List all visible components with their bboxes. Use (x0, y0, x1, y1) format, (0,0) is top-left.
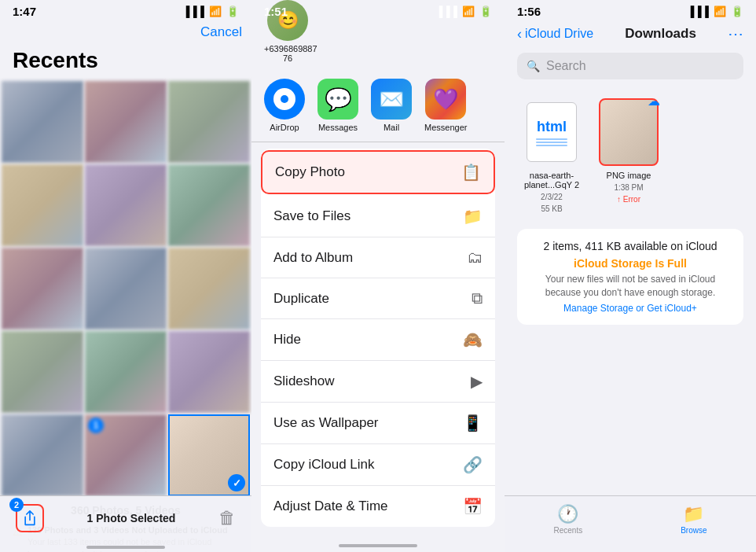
recents-tab-icon: 🕐 (557, 504, 578, 524)
browse-tab-label: Browse (681, 526, 706, 535)
mail-icon: ✉️ (371, 79, 412, 120)
photo-cell[interactable] (168, 248, 250, 329)
apps-row: AirDrop 💬 Messages ✉️ Mail 💜 Messenger (251, 72, 505, 142)
share-button-wrap: 2 (16, 504, 44, 532)
save-to-files-label: Save to Files (273, 208, 350, 224)
png-file-error: ↑ Error (617, 195, 640, 204)
p2-home-indicator (339, 544, 417, 547)
duplicate-item[interactable]: Duplicate ⧉ (261, 278, 495, 319)
p1-status-icons: ▐▐▐ 📶 🔋 (182, 6, 239, 17)
p3-status-bar: 1:56 ▐▐▐ 📶 🔋 (505, 0, 756, 21)
photo-cell[interactable] (85, 81, 167, 163)
messages-app-item[interactable]: 💬 Messages (317, 79, 358, 132)
cancel-button[interactable]: Cancel (200, 24, 242, 40)
battery-icon: 🔋 (226, 6, 239, 17)
messenger-label: Messenger (424, 123, 467, 132)
nav-back-label: iCloud Drive (525, 27, 593, 41)
photo-cell[interactable] (85, 164, 167, 246)
photo-cell-selected[interactable]: ✓ (168, 414, 250, 496)
photo-cell[interactable] (2, 248, 83, 329)
photo-cell[interactable]: 1 (85, 414, 167, 496)
search-input[interactable]: Search (546, 59, 586, 73)
wallpaper-item[interactable]: Use as Wallpaper 📱 (261, 403, 495, 444)
share-sheet-container: 1 Photo Selected Options › ✕ 😊 +63968698… (251, 0, 505, 552)
slideshow-item[interactable]: Slideshow ▶ (261, 361, 495, 403)
contact-name: +6396869887 76 (264, 44, 311, 63)
icloud-full-label: iCloud Storage Is Full (530, 257, 731, 270)
panel2-share-sheet: 1:51 ▐▐▐ 📶 🔋 1 Photo Selected Options › … (251, 0, 505, 552)
messenger-app-item[interactable]: 💜 Messenger (424, 79, 467, 132)
copy-photo-item[interactable]: Copy Photo 📋 (261, 150, 495, 194)
photo-cell[interactable] (168, 164, 250, 246)
photo-cell[interactable] (2, 414, 83, 496)
icloud-count: 2 items, 411 KB available on iCloud (530, 240, 731, 252)
png-file-name: PNG image (607, 171, 651, 180)
search-icon: 🔍 (527, 60, 540, 72)
mail-label: Mail (384, 123, 399, 132)
icloud-link-label: Copy iCloud Link (273, 457, 375, 473)
photo-cell[interactable] (2, 164, 83, 246)
adjust-date-item[interactable]: Adjust Date & Time 📅 (261, 486, 495, 527)
p1-topbar: Cancel (0, 21, 251, 45)
panel1-photos: 1:47 ▐▐▐ 📶 🔋 Cancel Recents 1 ✓ (0, 0, 251, 552)
tab-recents[interactable]: 🕐 Recents (553, 504, 582, 535)
back-button[interactable]: ‹ iCloud Drive (517, 26, 593, 42)
airdrop-label: AirDrop (270, 123, 299, 132)
html-lines (536, 138, 567, 146)
save-to-files-item[interactable]: Save to Files 📁 (261, 196, 495, 237)
icloud-manage-link[interactable]: Manage Storage or Get iCloud+ (530, 303, 731, 314)
tab-browse[interactable]: 📁 Browse (681, 504, 706, 535)
html-file-icon: html (527, 102, 577, 162)
icloud-link-icon: 🔗 (463, 455, 483, 474)
html-file-name: nasa-earth-planet...GqY 2 (520, 171, 583, 190)
recents-title: Recents (13, 48, 98, 72)
messages-icon: 💬 (317, 79, 358, 120)
wallpaper-label: Use as Wallpaper (273, 415, 379, 431)
selected-count-label: 1 Photo Selected (87, 512, 176, 524)
photo-cell[interactable] (2, 81, 83, 163)
selection-badge: 1 (88, 418, 104, 433)
png-file-item[interactable]: ☁ PNG image 1:38 PM ↑ Error (599, 97, 659, 213)
slideshow-label: Slideshow (273, 374, 335, 389)
png-file-icon: ☁ (599, 98, 659, 166)
photo-grid: 1 ✓ (0, 79, 251, 498)
photo-cell[interactable] (168, 331, 250, 413)
nav-title: Downloads (625, 26, 696, 42)
p1-title: Recents (0, 45, 251, 79)
p2-status-bar: 1:51 ▐▐▐ 📶 🔋 (251, 0, 505, 21)
icloud-desc: Your new files will not be saved in iClo… (530, 273, 731, 300)
icloud-link-item[interactable]: Copy iCloud Link 🔗 (261, 444, 495, 486)
copy-photo-label: Copy Photo (275, 164, 345, 180)
adjust-date-label: Adjust Date & Time (273, 499, 388, 514)
adjust-date-icon: 📅 (463, 497, 483, 516)
share-menu-list: Copy Photo 📋 Save to Files 📁 Add to Albu… (261, 149, 495, 527)
photo-cell[interactable] (85, 331, 167, 413)
p1-bottom-bar: 2 1 Photo Selected 🗑 (0, 495, 251, 552)
search-bar[interactable]: 🔍 Search (517, 53, 743, 79)
add-to-album-item[interactable]: Add to Album 🗂 (261, 237, 495, 278)
airdrop-app-item[interactable]: AirDrop (264, 79, 305, 132)
home-indicator (86, 546, 165, 549)
p3-time: 1:56 (517, 5, 541, 18)
mail-app-item[interactable]: ✉️ Mail (371, 79, 412, 132)
html-file-item[interactable]: html nasa-earth-planet...GqY 2 2/3/22 55… (520, 97, 583, 213)
cloud-upload-icon: ☁ (648, 94, 660, 109)
photo-cell[interactable] (2, 331, 83, 413)
p3-wifi-icon: 📶 (714, 6, 726, 17)
messages-label: Messages (318, 123, 358, 132)
delete-button[interactable]: 🗑 (218, 508, 236, 528)
p3-signal-icon: ▐▐▐ (687, 6, 709, 17)
hide-item[interactable]: Hide 🙈 (261, 319, 495, 361)
wifi-icon: 📶 (209, 6, 222, 17)
duplicate-label: Duplicate (273, 291, 329, 307)
more-button[interactable]: ⋯ (728, 24, 743, 43)
p3-status-icons: ▐▐▐ 📶 🔋 (687, 6, 743, 17)
html-label: html (537, 119, 567, 135)
photo-cell[interactable] (168, 81, 250, 163)
p3-nav: ‹ iCloud Drive Downloads ⋯ (505, 21, 756, 50)
html-file-icon-wrap: html (522, 97, 582, 167)
photo-cell[interactable] (85, 248, 167, 329)
p3-battery-icon: 🔋 (731, 6, 743, 17)
checkmark-badge: ✓ (228, 474, 245, 491)
save-to-files-icon: 📁 (463, 207, 483, 226)
